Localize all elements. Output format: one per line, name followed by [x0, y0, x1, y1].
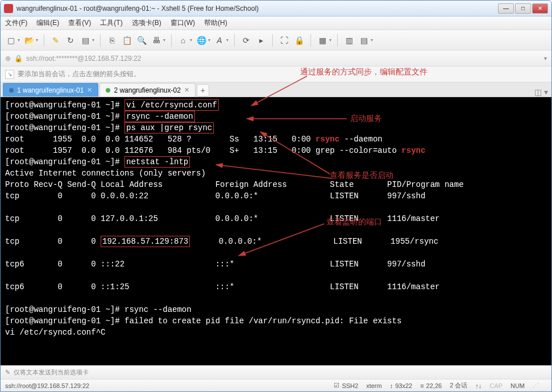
- info-text: 要添加当前会话，点击左侧的箭头按钮。: [18, 69, 140, 79]
- dropdown-icon[interactable]: ▾: [92, 37, 94, 43]
- status-conn: ssh://root@192.168.57.129:22: [5, 382, 89, 389]
- menu-edit[interactable]: 编辑(E): [36, 18, 59, 28]
- status-cap: CAP: [489, 382, 503, 389]
- terminal[interactable]: [root@wangruifeng-01 ~]# vi /etc/rsyncd.…: [1, 97, 551, 365]
- menu-view[interactable]: 查看(V): [68, 18, 91, 28]
- address-bar: ⊕ 🔒 ▾: [1, 51, 551, 66]
- status-proto: ☑SSH2: [334, 382, 358, 389]
- toolbar: ▢▾ 📂▾ ✎ ↻ ▤▾ ⎘ 📋 🔍 🖶▾ ⌂▾ 🌐▾ A▾ ⟳ ▸ ⛶ 🔒 ▦…: [1, 30, 551, 51]
- tab-label: 1 wangruifenglinux-01: [17, 86, 84, 94]
- window-controls: — □ ✕: [498, 3, 548, 14]
- menubar: 文件(F) 编辑(E) 查看(V) 工具(T) 选项卡(B) 窗口(W) 帮助(…: [1, 16, 551, 30]
- status-num: NUM: [511, 382, 525, 389]
- dropdown-icon[interactable]: ▾: [190, 37, 192, 43]
- send-hint: 仅将文本发送到当前选项卡: [14, 368, 89, 377]
- refresh-icon[interactable]: ⟳: [240, 35, 252, 46]
- add-tab-button[interactable]: +: [197, 84, 209, 97]
- close-tab-icon[interactable]: ✕: [184, 86, 189, 94]
- arrow-icon[interactable]: ↘: [5, 70, 14, 79]
- send-icon[interactable]: ✎: [5, 369, 10, 376]
- plus-icon[interactable]: ⊕: [5, 55, 11, 62]
- status-sessions: 2 会话: [450, 381, 467, 390]
- tab-label: 2 wangrufienglinux-02: [114, 86, 180, 94]
- titlebar: wangruifenglinux-01 - root@wangruifeng-0…: [1, 1, 551, 16]
- status-term: xterm: [366, 382, 382, 389]
- send-bar: ✎ 仅将文本发送到当前选项卡: [1, 365, 551, 379]
- open-folder-icon[interactable]: 📂: [23, 35, 35, 46]
- status-pos: ≡ 22,26: [420, 382, 442, 389]
- tab-session-1[interactable]: 1 wangruifenglinux-01 ✕: [3, 83, 98, 97]
- layout1-icon[interactable]: ▥: [343, 35, 355, 46]
- font-icon[interactable]: A: [214, 35, 225, 46]
- dropdown-icon[interactable]: ▾: [544, 55, 547, 61]
- dropdown-icon[interactable]: ▾: [544, 87, 548, 97]
- info-bar: ↘ 要添加当前会话，点击左侧的箭头按钮。: [1, 66, 551, 82]
- menu-help[interactable]: 帮助(H): [204, 18, 227, 28]
- split-icon[interactable]: ◫: [534, 87, 542, 97]
- status-dot-icon: [106, 88, 110, 93]
- tab-session-2[interactable]: 2 wangrufienglinux-02 ✕: [99, 83, 195, 97]
- lock-icon[interactable]: 🔒: [293, 35, 305, 46]
- tile-icon[interactable]: ▦: [317, 35, 328, 46]
- status-bar: ssh://root@192.168.57.129:22 ☑SSH2 xterm…: [1, 379, 551, 391]
- edit-icon[interactable]: ✎: [50, 35, 61, 46]
- find-icon[interactable]: 🔍: [136, 35, 147, 46]
- app-icon: [4, 4, 13, 13]
- globe-icon[interactable]: 🌐: [196, 35, 207, 46]
- menu-tabs[interactable]: 选项卡(B): [132, 18, 161, 28]
- new-session-icon[interactable]: ▢: [5, 35, 16, 46]
- menu-window[interactable]: 窗口(W): [171, 18, 195, 28]
- status-size: ↕ 93x22: [390, 382, 412, 389]
- resize-grip-icon[interactable]: ⋰: [533, 382, 539, 389]
- properties-icon[interactable]: ▤: [80, 35, 91, 46]
- dropdown-icon[interactable]: ▾: [18, 37, 20, 43]
- status-dot-icon: [9, 88, 14, 93]
- menu-file[interactable]: 文件(F): [5, 18, 27, 28]
- menu-tools[interactable]: 工具(T): [100, 18, 122, 28]
- address-input[interactable]: [26, 55, 541, 62]
- copy-icon[interactable]: ⎘: [106, 35, 118, 46]
- lock-icon: 🔒: [14, 55, 23, 62]
- dropdown-icon[interactable]: ▾: [226, 37, 229, 43]
- reconnect-icon[interactable]: ↻: [65, 35, 76, 46]
- layout2-icon[interactable]: ▤: [358, 35, 370, 46]
- window-title: wangruifenglinux-01 - root@wangruifeng-0…: [16, 5, 498, 12]
- check-icon: ☑: [334, 382, 339, 389]
- forward-icon[interactable]: ▸: [255, 35, 267, 46]
- minimize-button[interactable]: —: [498, 3, 514, 14]
- print-icon[interactable]: 🖶: [151, 35, 162, 46]
- dropdown-icon[interactable]: ▾: [208, 37, 210, 43]
- dropdown-icon[interactable]: ▾: [371, 37, 373, 43]
- paste-icon[interactable]: 📋: [121, 35, 132, 46]
- close-button[interactable]: ✕: [532, 3, 548, 14]
- status-updown-icon: ↑↓: [475, 382, 482, 389]
- close-tab-icon[interactable]: ✕: [87, 86, 92, 94]
- maximize-button[interactable]: □: [515, 3, 531, 14]
- dropdown-icon[interactable]: ▾: [36, 37, 38, 43]
- home-icon[interactable]: ⌂: [177, 35, 189, 46]
- tab-bar: 1 wangruifenglinux-01 ✕ 2 wangrufienglin…: [1, 82, 551, 97]
- dropdown-icon[interactable]: ▾: [163, 37, 165, 43]
- fullscreen-icon[interactable]: ⛶: [279, 35, 290, 46]
- dropdown-icon[interactable]: ▾: [329, 37, 331, 43]
